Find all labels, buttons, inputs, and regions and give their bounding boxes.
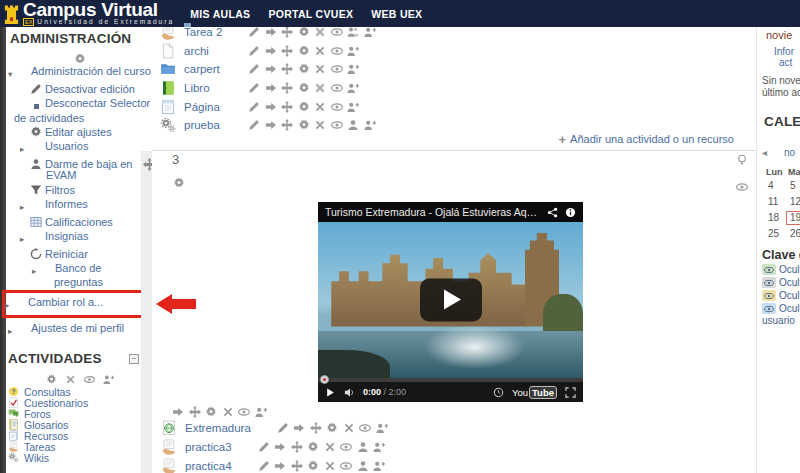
move-icon[interactable] bbox=[189, 406, 201, 418]
user-plus-icon[interactable] bbox=[364, 119, 376, 131]
user-plus-icon[interactable] bbox=[376, 422, 388, 434]
gear-icon[interactable] bbox=[307, 460, 319, 472]
move-icon[interactable] bbox=[281, 63, 293, 75]
cross-icon[interactable] bbox=[65, 374, 76, 385]
move-icon[interactable] bbox=[281, 45, 293, 57]
pencil-icon[interactable] bbox=[248, 63, 260, 75]
cross-icon[interactable] bbox=[314, 101, 326, 113]
nav-mis-aulas[interactable]: MIS AULAS bbox=[190, 8, 250, 20]
cross-icon[interactable] bbox=[343, 422, 355, 434]
gear-icon[interactable] bbox=[46, 374, 57, 385]
admin-item-calificaciones[interactable]: Calificaciones bbox=[8, 216, 152, 228]
gear-icon[interactable] bbox=[307, 441, 319, 453]
admin-item-editar-ajustes[interactable]: Editar ajustes bbox=[8, 126, 152, 138]
gear-icon[interactable] bbox=[298, 119, 310, 131]
activity-filter-cuestionarios[interactable]: Cuestionarios bbox=[8, 397, 152, 408]
play-icon[interactable] bbox=[325, 387, 336, 398]
cross-icon[interactable] bbox=[222, 406, 234, 418]
calendar-prev-icon[interactable]: ◂ bbox=[762, 147, 767, 158]
admin-item-reiniciar[interactable]: Reiniciar bbox=[8, 248, 152, 260]
activity-filter-consultas[interactable]: ?Consultas bbox=[8, 386, 152, 397]
campus-virtual-logo[interactable]: Campus Virtual EXUniversidad de Extremad… bbox=[0, 0, 174, 26]
arrow-right-icon[interactable] bbox=[265, 26, 277, 38]
eye-icon[interactable] bbox=[238, 406, 250, 418]
pencil-icon[interactable] bbox=[248, 45, 260, 57]
calendar-month-link[interactable]: no bbox=[784, 147, 795, 158]
minimize-block-button[interactable]: − bbox=[129, 354, 139, 364]
gear-icon[interactable] bbox=[298, 45, 310, 57]
eye-icon[interactable] bbox=[331, 82, 343, 94]
share-icon[interactable] bbox=[547, 207, 558, 218]
cross-icon[interactable] bbox=[314, 119, 326, 131]
move-icon[interactable] bbox=[310, 422, 322, 434]
youtube-logo[interactable]: YouTube bbox=[512, 386, 557, 399]
activity-filter-recursos[interactable]: Recursos bbox=[8, 430, 152, 441]
calendar-key-item[interactable]: Ocult bbox=[762, 303, 800, 314]
admin-item-filtros[interactable]: Filtros bbox=[8, 184, 152, 196]
user-plus-icon[interactable] bbox=[255, 406, 267, 418]
arrow-right-icon[interactable] bbox=[265, 63, 277, 75]
section-visibility-eye-icon[interactable] bbox=[736, 181, 748, 193]
fullscreen-icon[interactable] bbox=[565, 387, 576, 398]
activity-filter-tareas[interactable]: Tareas bbox=[8, 441, 152, 452]
arrow-right-icon[interactable] bbox=[172, 406, 184, 418]
user-icon[interactable] bbox=[357, 441, 369, 453]
cross-icon[interactable] bbox=[314, 45, 326, 57]
user-icon[interactable] bbox=[357, 460, 369, 472]
user-plus-icon[interactable] bbox=[103, 374, 114, 385]
pencil-icon[interactable] bbox=[277, 422, 289, 434]
users-icon[interactable] bbox=[347, 26, 359, 38]
pencil-icon[interactable] bbox=[258, 441, 270, 453]
user-plus-icon[interactable] bbox=[347, 45, 359, 57]
admin-item-desactivar-edicion[interactable]: Desactivar edición bbox=[8, 83, 152, 95]
cross-icon[interactable] bbox=[324, 460, 336, 472]
eye-icon[interactable] bbox=[331, 119, 343, 131]
user-plus-icon[interactable] bbox=[364, 26, 376, 38]
course-item-link[interactable]: practica4 bbox=[185, 460, 232, 472]
news-link-line2[interactable]: act bbox=[779, 57, 800, 68]
user-plus-icon[interactable] bbox=[373, 441, 385, 453]
admin-item-usuarios[interactable]: ▸Usuarios bbox=[8, 141, 152, 155]
course-item-link[interactable]: Extremadura bbox=[185, 422, 251, 434]
activity-filter-foros[interactable]: Foros bbox=[8, 408, 152, 419]
cross-icon[interactable] bbox=[314, 82, 326, 94]
admin-item-ajustes-de-mi-perfil[interactable]: ▸Ajustes de mi perfil bbox=[8, 323, 152, 337]
pencil-icon[interactable] bbox=[248, 101, 260, 113]
volume-icon[interactable] bbox=[344, 387, 355, 398]
user-plus-icon[interactable] bbox=[347, 82, 359, 94]
eye-icon[interactable] bbox=[331, 101, 343, 113]
move-icon[interactable] bbox=[281, 26, 293, 38]
watch-later-icon[interactable] bbox=[493, 387, 504, 398]
cross-icon[interactable] bbox=[324, 441, 336, 453]
user-plus-icon[interactable] bbox=[373, 460, 385, 472]
add-activity-link[interactable]: Añadir una actividad o un recurso bbox=[570, 133, 734, 145]
cross-icon[interactable] bbox=[314, 26, 326, 38]
eye-icon[interactable] bbox=[340, 460, 352, 472]
activity-filter-wikis[interactable]: Wikis bbox=[8, 452, 152, 463]
arrow-right-icon[interactable] bbox=[293, 422, 305, 434]
gear-icon[interactable] bbox=[326, 422, 338, 434]
arrow-right-icon[interactable] bbox=[265, 119, 277, 131]
pencil-icon[interactable] bbox=[248, 26, 260, 38]
course-item-link[interactable]: carpert bbox=[184, 63, 242, 75]
admin-item-insignias[interactable]: ▸Insignias bbox=[8, 231, 152, 245]
user-plus-icon[interactable] bbox=[347, 101, 359, 113]
pencil-icon[interactable] bbox=[248, 82, 260, 94]
video-thumbnail[interactable] bbox=[318, 222, 583, 378]
section-highlight-bulb-icon[interactable] bbox=[736, 154, 748, 166]
admin-item-cambiar-rol-a[interactable]: ▸Cambiar rol a... bbox=[2, 290, 154, 318]
gear-icon[interactable] bbox=[298, 63, 310, 75]
course-item-link[interactable]: Tarea 2 bbox=[184, 26, 242, 38]
gear-icon[interactable] bbox=[298, 26, 310, 38]
video-progress-bar[interactable] bbox=[318, 378, 583, 382]
arrow-right-icon[interactable] bbox=[265, 82, 277, 94]
admin-item-desconectar-selector-de-actividades[interactable]: Desconectar Selector de actividades bbox=[8, 98, 152, 123]
admin-item-darme-de-baja-en-evam[interactable]: Darme de baja en EVAM bbox=[8, 158, 152, 181]
play-button-overlay[interactable] bbox=[420, 279, 482, 322]
admin-item-banco-de-preguntas[interactable]: ▸Banco de preguntas bbox=[8, 263, 152, 288]
course-item-link[interactable]: Libro bbox=[184, 82, 242, 94]
calendar-key-item[interactable]: Ocult bbox=[762, 264, 800, 275]
video-scrubber[interactable] bbox=[320, 375, 329, 384]
eye-icon[interactable] bbox=[331, 63, 343, 75]
course-item-link[interactable]: archi bbox=[184, 45, 242, 57]
